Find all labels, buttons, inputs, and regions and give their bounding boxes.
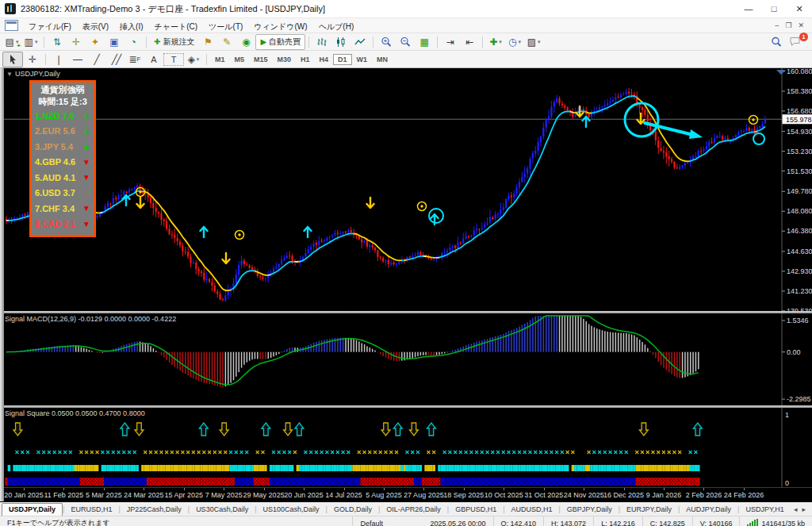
currency-strength-panel: 通貨別強弱 時間:15 足:3 1.NZD 7.0▲2.EUR 5.6▲3.JP… bbox=[29, 80, 96, 237]
chart-tab-jp225cash-daily[interactable]: JP225Cash,Daily bbox=[121, 504, 188, 516]
strength-row-text: 2.EUR 5.6 bbox=[35, 126, 75, 136]
svg-text:141.230: 141.230 bbox=[787, 287, 812, 295]
price-chart-panel[interactable]: 160.080158.380156.680154.930153.230151.5… bbox=[0, 68, 812, 311]
tab-scroll-left-icon[interactable]: ◂ bbox=[794, 505, 798, 513]
crosshair-tool-button[interactable]: ✛ bbox=[23, 52, 42, 67]
date-axis[interactable]: 20 Jan 202511 Feb 20255 Mar 202524 Mar 2… bbox=[0, 487, 812, 502]
horizontal-line-tool[interactable]: — bbox=[68, 52, 87, 67]
menu-item-2[interactable]: 挿入(I) bbox=[114, 21, 148, 32]
search-icon[interactable] bbox=[767, 35, 786, 49]
chart-tab-gbpusd-h1[interactable]: GBPUSD,H1 bbox=[449, 504, 503, 516]
fibonacci-tool[interactable]: ≣F bbox=[125, 52, 144, 67]
new-order-button[interactable]: ✚新規注文 bbox=[150, 35, 198, 49]
menu-item-4[interactable]: ツール(T) bbox=[203, 21, 248, 32]
new-chart-button[interactable]: ▤+▾ bbox=[2, 35, 21, 49]
window-left-edge bbox=[0, 68, 4, 501]
strength-row-text: 6.USD 3.7 bbox=[35, 188, 75, 198]
menu-item-5[interactable]: ウィンドウ(W) bbox=[248, 21, 312, 32]
maximize-button[interactable]: □ bbox=[761, 0, 787, 17]
tile-windows-icon[interactable]: ▦ bbox=[415, 35, 434, 49]
cursor-tool-button[interactable] bbox=[2, 52, 23, 67]
periods-button[interactable]: ◷▾ bbox=[505, 35, 524, 49]
svg-text:-2.2985: -2.2985 bbox=[787, 395, 811, 403]
date-label: 10 Oct 2025 bbox=[485, 491, 523, 499]
bar-chart-mode-button[interactable] bbox=[312, 35, 331, 49]
navigator-icon[interactable]: ✦ bbox=[86, 35, 105, 49]
chart-tab-gbpjpy-daily[interactable]: GBPJPY,Daily bbox=[561, 504, 619, 516]
one-click-trading-arrow-icon[interactable]: ▼ bbox=[6, 71, 13, 78]
signal-square-svg[interactable]: 10 bbox=[0, 408, 812, 487]
strategy-tester-icon[interactable]: ◔ bbox=[124, 35, 143, 49]
mdi-close-icon[interactable]: ✕ bbox=[798, 21, 804, 29]
menu-item-0[interactable]: ファイル(F) bbox=[23, 21, 77, 32]
timeframe-m15[interactable]: M15 bbox=[249, 54, 273, 65]
close-button[interactable]: ✕ bbox=[787, 0, 812, 17]
macd-svg[interactable]: 1.53460.00-2.2985 bbox=[0, 313, 812, 405]
chart-tab-us100cash-daily[interactable]: US100Cash,Daily bbox=[257, 504, 326, 516]
news-icon[interactable]: ◉ bbox=[236, 35, 255, 49]
chart-tab-usdjpy-h1[interactable]: USDJPY,H1 bbox=[739, 504, 790, 516]
timeframe-h4[interactable]: H4 bbox=[315, 54, 334, 65]
alerts-horn-icon[interactable]: ⚑ bbox=[198, 35, 217, 49]
status-profile[interactable]: Default bbox=[352, 516, 423, 526]
templates-button[interactable]: ▨▾ bbox=[524, 35, 543, 49]
profiles-button[interactable]: ▥▾ bbox=[21, 35, 40, 49]
chart-shift-button[interactable]: ⇤ bbox=[460, 35, 479, 49]
label-tool[interactable]: T bbox=[163, 53, 184, 66]
channel-tool[interactable]: ╱╱ bbox=[106, 52, 125, 67]
trendline-tool[interactable]: ╱ bbox=[87, 52, 106, 67]
signal-square-panel[interactable]: 10 Signal Square 0.0500 0.0500 0.4700 0.… bbox=[0, 408, 812, 487]
mdi-restore-icon[interactable]: ❐ bbox=[785, 21, 791, 29]
metaeditor-icon[interactable]: ✎ bbox=[217, 35, 236, 49]
chart-window-icon[interactable] bbox=[5, 20, 18, 31]
menu-item-6[interactable]: ヘルプ(H) bbox=[313, 21, 360, 32]
strength-row-text: 8.CAD 2.1 bbox=[35, 219, 75, 228]
status-bar: F1キーでヘルプが表示されます Default 2025.05.26 00:00… bbox=[0, 516, 812, 526]
chat-notification-icon[interactable]: 1 bbox=[786, 35, 805, 49]
status-field-4: C: 142.825 bbox=[642, 516, 692, 526]
tab-scroll-right-icon[interactable]: ▸ bbox=[802, 505, 806, 513]
menu-item-3[interactable]: チャート(C) bbox=[149, 21, 204, 32]
app-icon bbox=[5, 3, 16, 14]
auto-trading-button[interactable]: ▶自動売買 bbox=[255, 34, 305, 50]
date-tick bbox=[423, 488, 424, 490]
timeframe-m30[interactable]: M30 bbox=[273, 54, 297, 65]
timeframe-h1[interactable]: H1 bbox=[296, 54, 315, 65]
zoom-out-button[interactable] bbox=[396, 35, 415, 49]
chart-tab-oil-apr26-daily[interactable]: OIL-APR26,Daily bbox=[380, 504, 447, 516]
data-window-icon[interactable]: ✛ bbox=[67, 35, 86, 49]
market-watch-icon[interactable]: ⇅ bbox=[48, 35, 67, 49]
price-chart-svg[interactable]: 160.080158.380156.680154.930153.230151.5… bbox=[0, 68, 812, 311]
date-tick bbox=[24, 488, 25, 490]
chart-tab-gold-daily[interactable]: GOLD,Daily bbox=[327, 504, 378, 516]
macd-panel[interactable]: 1.53460.00-2.2985 Signal MACD(12,26,9) -… bbox=[0, 313, 812, 405]
date-tick bbox=[703, 488, 704, 490]
timeframe-m1[interactable]: M1 bbox=[210, 54, 230, 65]
timeframe-m5[interactable]: M5 bbox=[230, 54, 250, 65]
indicators-button[interactable]: ✚▾ bbox=[486, 35, 505, 49]
shapes-tool[interactable]: ◈▾ bbox=[184, 52, 203, 67]
line-chart-mode-button[interactable] bbox=[350, 35, 370, 49]
scroll-to-end-button[interactable]: ⇥ bbox=[441, 35, 460, 49]
chart-tab-audusd-h1[interactable]: AUDUSD,H1 bbox=[504, 504, 558, 516]
zoom-in-button[interactable] bbox=[377, 35, 396, 49]
chart-tab-us30cash-daily[interactable]: US30Cash,Daily bbox=[190, 504, 255, 516]
chart-tab-usdjpy-daily[interactable]: USDJPY,Daily bbox=[2, 503, 63, 516]
chart-tab-eurusd-h1[interactable]: EURUSD,H1 bbox=[64, 504, 118, 516]
svg-text:151.530: 151.530 bbox=[787, 167, 812, 175]
chart-tab-audjpy-daily[interactable]: AUDJPY,Daily bbox=[680, 504, 737, 516]
vertical-line-tool[interactable]: | bbox=[49, 52, 68, 67]
candlestick-mode-button[interactable] bbox=[331, 35, 350, 49]
timeframe-w1[interactable]: W1 bbox=[352, 54, 373, 65]
strength-row-text: 1.NZD 7.0 bbox=[35, 111, 75, 121]
minimize-button[interactable]: — bbox=[736, 0, 761, 17]
menu-item-1[interactable]: 表示(V) bbox=[77, 21, 114, 32]
text-tool[interactable]: A bbox=[144, 52, 163, 67]
date-label: 11 Feb 2025 bbox=[44, 491, 84, 499]
chart-tab-eurjpy-daily[interactable]: EURJPY,Daily bbox=[620, 504, 678, 516]
mdi-minimize-icon[interactable]: – bbox=[775, 21, 779, 29]
timeframe-d1[interactable]: D1 bbox=[333, 54, 352, 65]
timeframe-mn[interactable]: MN bbox=[372, 54, 393, 65]
terminal-icon[interactable]: ▣ bbox=[105, 35, 124, 49]
date-tick bbox=[544, 488, 545, 490]
